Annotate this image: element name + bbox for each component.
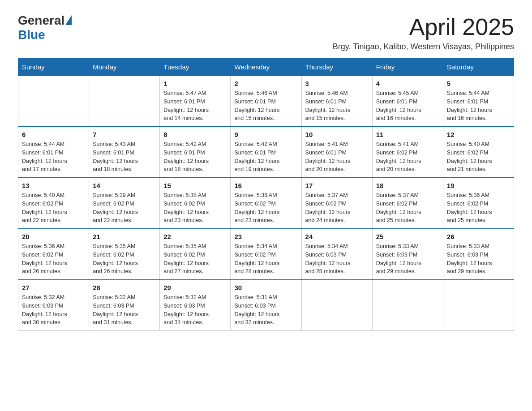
day-number: 25 xyxy=(376,233,439,240)
day-number: 23 xyxy=(234,233,297,240)
day-number: 28 xyxy=(93,284,156,291)
day-number: 11 xyxy=(376,131,439,138)
day-number: 27 xyxy=(22,284,85,291)
day-header-tuesday: Tuesday xyxy=(160,59,231,76)
day-info: Sunrise: 5:39 AMSunset: 6:02 PMDaylight:… xyxy=(93,191,156,225)
day-header-friday: Friday xyxy=(372,59,443,76)
calendar-cell: 15Sunrise: 5:38 AMSunset: 6:02 PMDayligh… xyxy=(160,178,231,229)
logo-general-text: General xyxy=(18,13,64,28)
day-number: 3 xyxy=(305,80,369,87)
month-title: April 2025 xyxy=(333,13,514,40)
day-info: Sunrise: 5:38 AMSunset: 6:02 PMDaylight:… xyxy=(163,191,227,225)
day-info: Sunrise: 5:44 AMSunset: 6:01 PMDaylight:… xyxy=(447,89,510,123)
day-number: 2 xyxy=(234,80,297,87)
day-number: 17 xyxy=(305,182,369,189)
day-info: Sunrise: 5:33 AMSunset: 6:03 PMDaylight:… xyxy=(447,242,510,276)
logo-blue-text: Blue xyxy=(18,28,45,42)
calendar-week-row: 1Sunrise: 5:47 AMSunset: 6:01 PMDaylight… xyxy=(18,76,514,127)
day-number: 10 xyxy=(305,131,369,138)
calendar-week-row: 27Sunrise: 5:32 AMSunset: 6:03 PMDayligh… xyxy=(18,280,514,331)
day-info: Sunrise: 5:35 AMSunset: 6:02 PMDaylight:… xyxy=(163,242,227,276)
calendar-cell: 27Sunrise: 5:32 AMSunset: 6:03 PMDayligh… xyxy=(18,280,89,331)
day-info: Sunrise: 5:36 AMSunset: 6:02 PMDaylight:… xyxy=(22,242,85,276)
calendar-cell xyxy=(443,280,514,331)
calendar-cell: 20Sunrise: 5:36 AMSunset: 6:02 PMDayligh… xyxy=(18,229,89,280)
day-info: Sunrise: 5:31 AMSunset: 6:03 PMDaylight:… xyxy=(234,293,297,327)
calendar-cell xyxy=(301,280,372,331)
day-number: 24 xyxy=(305,233,369,240)
day-header-sunday: Sunday xyxy=(18,59,89,76)
day-number: 4 xyxy=(376,80,439,87)
day-info: Sunrise: 5:40 AMSunset: 6:02 PMDaylight:… xyxy=(447,140,510,174)
day-header-monday: Monday xyxy=(89,59,160,76)
calendar-cell: 28Sunrise: 5:32 AMSunset: 6:03 PMDayligh… xyxy=(89,280,160,331)
day-number: 1 xyxy=(163,80,227,87)
calendar-cell: 21Sunrise: 5:35 AMSunset: 6:02 PMDayligh… xyxy=(89,229,160,280)
day-info: Sunrise: 5:38 AMSunset: 6:02 PMDaylight:… xyxy=(234,191,297,225)
day-info: Sunrise: 5:34 AMSunset: 6:03 PMDaylight:… xyxy=(305,242,369,276)
day-info: Sunrise: 5:33 AMSunset: 6:03 PMDaylight:… xyxy=(376,242,439,276)
calendar-week-row: 20Sunrise: 5:36 AMSunset: 6:02 PMDayligh… xyxy=(18,229,514,280)
day-number: 14 xyxy=(93,182,156,189)
calendar-table: SundayMondayTuesdayWednesdayThursdayFrid… xyxy=(18,58,514,331)
day-header-thursday: Thursday xyxy=(301,59,372,76)
calendar-cell: 6Sunrise: 5:44 AMSunset: 6:01 PMDaylight… xyxy=(18,127,89,178)
day-info: Sunrise: 5:44 AMSunset: 6:01 PMDaylight:… xyxy=(22,140,85,174)
calendar-cell: 9Sunrise: 5:42 AMSunset: 6:01 PMDaylight… xyxy=(231,127,301,178)
page-header: General Blue April 2025 Brgy. Tinigao, K… xyxy=(18,13,514,51)
day-number: 8 xyxy=(163,131,227,138)
calendar-cell: 4Sunrise: 5:45 AMSunset: 6:01 PMDaylight… xyxy=(372,76,443,127)
day-info: Sunrise: 5:46 AMSunset: 6:01 PMDaylight:… xyxy=(234,89,297,123)
calendar-cell: 29Sunrise: 5:32 AMSunset: 6:03 PMDayligh… xyxy=(160,280,231,331)
day-info: Sunrise: 5:41 AMSunset: 6:02 PMDaylight:… xyxy=(376,140,439,174)
day-number: 6 xyxy=(22,131,85,138)
calendar-week-row: 13Sunrise: 5:40 AMSunset: 6:02 PMDayligh… xyxy=(18,178,514,229)
calendar-cell: 23Sunrise: 5:34 AMSunset: 6:02 PMDayligh… xyxy=(231,229,301,280)
calendar-cell: 1Sunrise: 5:47 AMSunset: 6:01 PMDaylight… xyxy=(160,76,231,127)
logo-triangle-icon xyxy=(65,15,72,25)
day-info: Sunrise: 5:45 AMSunset: 6:01 PMDaylight:… xyxy=(376,89,439,123)
day-number: 21 xyxy=(93,233,156,240)
calendar-cell: 16Sunrise: 5:38 AMSunset: 6:02 PMDayligh… xyxy=(231,178,301,229)
day-header-wednesday: Wednesday xyxy=(231,59,301,76)
calendar-cell: 19Sunrise: 5:36 AMSunset: 6:02 PMDayligh… xyxy=(443,178,514,229)
calendar-cell: 3Sunrise: 5:46 AMSunset: 6:01 PMDaylight… xyxy=(301,76,372,127)
day-number: 15 xyxy=(163,182,227,189)
day-info: Sunrise: 5:42 AMSunset: 6:01 PMDaylight:… xyxy=(234,140,297,174)
day-info: Sunrise: 5:35 AMSunset: 6:02 PMDaylight:… xyxy=(93,242,156,276)
calendar-cell: 24Sunrise: 5:34 AMSunset: 6:03 PMDayligh… xyxy=(301,229,372,280)
calendar-cell: 22Sunrise: 5:35 AMSunset: 6:02 PMDayligh… xyxy=(160,229,231,280)
calendar-cell: 25Sunrise: 5:33 AMSunset: 6:03 PMDayligh… xyxy=(372,229,443,280)
day-number: 9 xyxy=(234,131,297,138)
day-info: Sunrise: 5:37 AMSunset: 6:02 PMDaylight:… xyxy=(305,191,369,225)
day-number: 26 xyxy=(447,233,510,240)
day-info: Sunrise: 5:43 AMSunset: 6:01 PMDaylight:… xyxy=(93,140,156,174)
calendar-cell: 7Sunrise: 5:43 AMSunset: 6:01 PMDaylight… xyxy=(89,127,160,178)
calendar-cell: 30Sunrise: 5:31 AMSunset: 6:03 PMDayligh… xyxy=(231,280,301,331)
calendar-cell: 2Sunrise: 5:46 AMSunset: 6:01 PMDaylight… xyxy=(231,76,301,127)
calendar-cell xyxy=(89,76,160,127)
day-number: 30 xyxy=(234,284,297,291)
calendar-cell: 11Sunrise: 5:41 AMSunset: 6:02 PMDayligh… xyxy=(372,127,443,178)
calendar-body: 1Sunrise: 5:47 AMSunset: 6:01 PMDaylight… xyxy=(18,76,514,331)
day-info: Sunrise: 5:32 AMSunset: 6:03 PMDaylight:… xyxy=(93,293,156,327)
day-info: Sunrise: 5:47 AMSunset: 6:01 PMDaylight:… xyxy=(163,89,227,123)
calendar-cell: 26Sunrise: 5:33 AMSunset: 6:03 PMDayligh… xyxy=(443,229,514,280)
day-info: Sunrise: 5:37 AMSunset: 6:02 PMDaylight:… xyxy=(376,191,439,225)
day-number: 19 xyxy=(447,182,510,189)
day-number: 5 xyxy=(447,80,510,87)
day-info: Sunrise: 5:42 AMSunset: 6:01 PMDaylight:… xyxy=(163,140,227,174)
day-header-saturday: Saturday xyxy=(443,59,514,76)
day-info: Sunrise: 5:40 AMSunset: 6:02 PMDaylight:… xyxy=(22,191,85,225)
calendar-cell: 14Sunrise: 5:39 AMSunset: 6:02 PMDayligh… xyxy=(89,178,160,229)
day-info: Sunrise: 5:46 AMSunset: 6:01 PMDaylight:… xyxy=(305,89,369,123)
day-number: 16 xyxy=(234,182,297,189)
day-info: Sunrise: 5:41 AMSunset: 6:01 PMDaylight:… xyxy=(305,140,369,174)
day-info: Sunrise: 5:32 AMSunset: 6:03 PMDaylight:… xyxy=(22,293,85,327)
calendar-cell: 12Sunrise: 5:40 AMSunset: 6:02 PMDayligh… xyxy=(443,127,514,178)
day-number: 29 xyxy=(163,284,227,291)
location-subtitle: Brgy. Tinigao, Kalibo, Western Visayas, … xyxy=(333,42,514,51)
day-number: 22 xyxy=(163,233,227,240)
calendar-cell: 13Sunrise: 5:40 AMSunset: 6:02 PMDayligh… xyxy=(18,178,89,229)
day-info: Sunrise: 5:32 AMSunset: 6:03 PMDaylight:… xyxy=(163,293,227,327)
